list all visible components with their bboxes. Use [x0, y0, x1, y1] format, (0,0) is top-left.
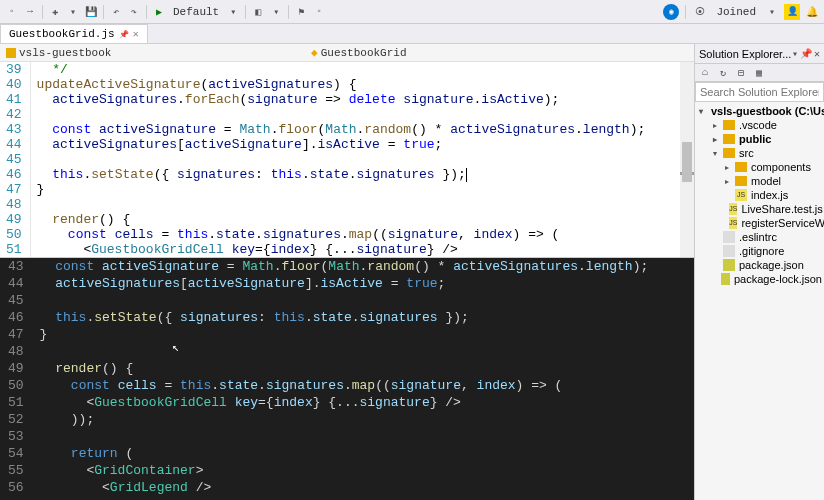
tree-item-label: components [751, 161, 811, 173]
breadcrumb-symbol[interactable]: ◆ GuestbookGrid [305, 46, 412, 59]
user-badge-icon[interactable]: ◉ [663, 4, 679, 20]
tree-item[interactable]: JSindex.js [695, 188, 824, 202]
editor-pane-light[interactable]: 3940414243444546474849505152 */updateAct… [0, 62, 694, 258]
chevron-right-icon[interactable]: ▸ [723, 163, 731, 172]
chevron-down-icon[interactable]: ▾ [225, 4, 241, 20]
tree-item[interactable]: package-lock.json [695, 272, 824, 286]
breadcrumb: vsls-guestbook ◆ GuestbookGrid [0, 44, 694, 62]
home-icon[interactable]: ⌂ [697, 65, 713, 81]
solution-explorer-panel: Solution Explorer... ▾ 📌 ✕ ⌂ ↻ ⊟ ▦ ▾ vsl… [694, 44, 824, 500]
close-icon[interactable]: ✕ [814, 48, 820, 60]
code-area[interactable]: const activeSignature = Math.floor(Math.… [34, 258, 655, 500]
file-tab[interactable]: GuestbookGrid.js 📌 ✕ [0, 24, 148, 43]
tree-item-label: package.json [739, 259, 804, 271]
separator [103, 5, 104, 19]
config-dropdown[interactable]: Default [169, 6, 223, 18]
tree-item[interactable]: .eslintrc [695, 230, 824, 244]
tree-item-label: .vscode [739, 119, 777, 131]
tree-item-label: index.js [751, 189, 788, 201]
folder-icon [723, 120, 735, 130]
redo-icon[interactable]: ↷ [126, 4, 142, 20]
js-file-icon: JS [735, 189, 747, 201]
tree-item[interactable]: package.json [695, 258, 824, 272]
panel-search[interactable] [695, 82, 824, 102]
tree-item[interactable]: ▸public [695, 132, 824, 146]
tree-item-label: model [751, 175, 781, 187]
tree-item-label: .eslintrc [739, 231, 777, 243]
open-icon[interactable]: ▾ [65, 4, 81, 20]
code-area[interactable]: */updateActiveSignature(activeSignatures… [31, 62, 652, 257]
liveshare-icon[interactable]: ⦿ [692, 4, 708, 20]
misc-icon[interactable]: ◧ [250, 4, 266, 20]
separator [685, 5, 686, 19]
tree-item-label: LiveShare.test.js [741, 203, 822, 215]
misc-icon[interactable]: ◦ [311, 4, 327, 20]
main-toolbar: ◦ → ✚ ▾ 💾 ↶ ↷ ▶ Default ▾ ◧ ▾ ⚑ ◦ ◉ ⦿ Jo… [0, 0, 824, 24]
save-icon[interactable]: 💾 [83, 4, 99, 20]
json-file-icon [723, 259, 735, 271]
show-all-icon[interactable]: ▦ [751, 65, 767, 81]
notification-icon[interactable]: 🔔 [804, 4, 820, 20]
tree-item-label: .gitignore [739, 245, 784, 257]
tree-item[interactable]: ▸components [695, 160, 824, 174]
folder-icon [735, 162, 747, 172]
separator [146, 5, 147, 19]
file-icon [723, 245, 735, 257]
chevron-down-icon[interactable]: ▾ [792, 48, 798, 60]
folder-icon [723, 148, 735, 158]
tree-item-label: public [739, 133, 771, 145]
tree-item-label: package-lock.json [734, 273, 822, 285]
chevron-down-icon[interactable]: ▾ [764, 4, 780, 20]
new-icon[interactable]: ✚ [47, 4, 63, 20]
chevron-down-icon[interactable]: ▾ [699, 107, 703, 116]
line-gutter: 3940414243444546474849505152 [0, 62, 31, 257]
chevron-right-icon[interactable]: ▸ [711, 135, 719, 144]
tree-item[interactable]: JSLiveShare.test.js [695, 202, 824, 216]
class-icon: ◆ [311, 46, 318, 59]
chevron-down-icon[interactable]: ▾ [711, 149, 719, 158]
folder-icon [723, 134, 735, 144]
pin-icon[interactable]: 📌 [800, 48, 812, 60]
tree-item[interactable]: JSregisterServiceWor [695, 216, 824, 230]
avatar-icon[interactable]: 👤 [784, 4, 800, 20]
tree-item-label: registerServiceWor [741, 217, 824, 229]
separator [245, 5, 246, 19]
folder-icon [735, 176, 747, 186]
pin-icon[interactable]: 📌 [119, 30, 129, 39]
scroll-thumb[interactable] [682, 142, 692, 182]
close-icon[interactable]: ✕ [133, 28, 139, 40]
liveshare-status[interactable]: Joined [712, 6, 760, 18]
refresh-icon[interactable]: ↻ [715, 65, 731, 81]
panel-toolbar: ⌂ ↻ ⊟ ▦ [695, 64, 824, 82]
file-tree[interactable]: ▾ vsls-guestbook (C:\User ▸.vscode▸publi… [695, 102, 824, 288]
tree-item[interactable]: ▾src [695, 146, 824, 160]
tab-row: GuestbookGrid.js 📌 ✕ [0, 24, 824, 44]
separator [288, 5, 289, 19]
tree-item[interactable]: ▸.vscode [695, 118, 824, 132]
tree-item[interactable]: .gitignore [695, 244, 824, 258]
nav-fwd-icon[interactable]: → [22, 4, 38, 20]
tree-root[interactable]: ▾ vsls-guestbook (C:\User [695, 104, 824, 118]
nav-back-icon[interactable]: ◦ [4, 4, 20, 20]
breadcrumb-project[interactable]: vsls-guestbook [0, 47, 117, 59]
tree-item[interactable]: ▸model [695, 174, 824, 188]
js-file-icon: JS [729, 203, 737, 215]
panel-header: Solution Explorer... ▾ 📌 ✕ [695, 44, 824, 64]
line-gutter: 4344454647484950515253545556 [0, 258, 34, 500]
file-icon [723, 231, 735, 243]
flag-icon[interactable]: ⚑ [293, 4, 309, 20]
undo-icon[interactable]: ↶ [108, 4, 124, 20]
tab-label: GuestbookGrid.js [9, 28, 115, 40]
project-icon [6, 48, 16, 58]
search-input[interactable] [695, 82, 824, 102]
collapse-icon[interactable]: ⊟ [733, 65, 749, 81]
editor-pane-dark[interactable]: 4344454647484950515253545556 const activ… [0, 258, 694, 500]
panel-title: Solution Explorer... [699, 48, 791, 60]
chevron-right-icon[interactable]: ▸ [723, 177, 731, 186]
chevron-right-icon[interactable]: ▸ [711, 121, 719, 130]
scrollbar[interactable] [680, 62, 694, 257]
tree-item-label: src [739, 147, 754, 159]
misc-icon[interactable]: ▾ [268, 4, 284, 20]
play-icon[interactable]: ▶ [151, 4, 167, 20]
json-file-icon [721, 273, 730, 285]
